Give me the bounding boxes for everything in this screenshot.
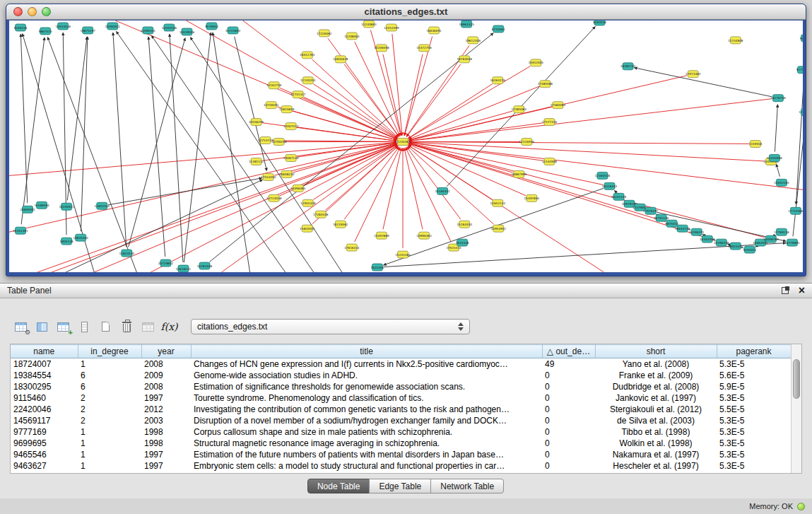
svg-text:18344719: 18344719 bbox=[675, 227, 690, 230]
table-row[interactable]: 2242004622012Investigating the contribut… bbox=[11, 404, 791, 415]
minimize-window-button[interactable] bbox=[28, 7, 37, 16]
network-window-titlebar[interactable]: citations_edges.txt bbox=[6, 4, 806, 20]
svg-text:12973483: 12973483 bbox=[686, 72, 701, 76]
svg-text:15912005: 15912005 bbox=[529, 61, 544, 64]
zoom-window-button[interactable] bbox=[42, 7, 51, 16]
svg-text:16778891: 16778891 bbox=[784, 241, 800, 245]
table-row[interactable]: 1830029562008Estimation of significance … bbox=[11, 381, 791, 392]
close-window-button[interactable] bbox=[13, 7, 23, 16]
close-panel-icon[interactable]: × bbox=[799, 286, 805, 296]
table-row[interactable]: 946554611997Estimation of the future num… bbox=[11, 449, 791, 460]
tab-network-table[interactable]: Network Table bbox=[430, 479, 504, 493]
rename-table-button[interactable] bbox=[139, 317, 158, 337]
cell-short: Dudbridge et al. (2008) bbox=[595, 381, 717, 392]
column-header-name[interactable]: name bbox=[11, 345, 78, 358]
rows-icon bbox=[81, 322, 88, 332]
cell-name: 9465546 bbox=[11, 449, 78, 460]
svg-text:17485088: 17485088 bbox=[538, 82, 553, 86]
network-selector-dropdown[interactable]: citations_edges.txt bbox=[191, 319, 470, 334]
tab-node-table[interactable]: Node Table bbox=[307, 479, 370, 493]
edit-columns-button[interactable]: + bbox=[54, 317, 73, 337]
cell-title: Changes of HCN gene expression and I(f) … bbox=[191, 358, 542, 370]
table-row[interactable]: 946362711997Embryonic stem cells: a mode… bbox=[11, 460, 791, 472]
cell-year: 2012 bbox=[141, 404, 191, 415]
svg-text:17284538: 17284538 bbox=[313, 213, 329, 216]
column-header-pagerank[interactable]: pagerank bbox=[717, 345, 791, 358]
cell-short: Jankovic et al. (1997) bbox=[595, 392, 717, 404]
cell-name: 9699695 bbox=[11, 438, 78, 449]
gear-icon: ⚙ bbox=[25, 329, 30, 336]
table-disabled-icon bbox=[142, 322, 154, 332]
cell-name: 22420046 bbox=[11, 404, 78, 415]
svg-text:12116936: 12116936 bbox=[519, 140, 535, 144]
cell-title: Estimation of the future numbers of pati… bbox=[191, 449, 542, 460]
cell-year: 2008 bbox=[141, 381, 191, 392]
svg-text:15497889: 15497889 bbox=[374, 234, 389, 238]
column-header-in_degree[interactable]: in_degree bbox=[78, 345, 141, 358]
svg-text:12753747: 12753747 bbox=[258, 139, 273, 142]
table-panel-title: Table Panel bbox=[7, 286, 52, 296]
table-row[interactable]: 1872400712008Changes of HCN gene express… bbox=[11, 358, 791, 370]
svg-text:11331391: 11331391 bbox=[13, 229, 28, 233]
svg-text:15184451: 15184451 bbox=[435, 189, 450, 193]
svg-text:16344557: 16344557 bbox=[700, 238, 715, 241]
cell-name: 18724007 bbox=[11, 358, 78, 370]
table-tabs: Node TableEdge TableNetwork Table bbox=[0, 479, 812, 493]
svg-text:19612308: 19612308 bbox=[465, 39, 481, 42]
show-columns-button[interactable] bbox=[33, 317, 52, 337]
column-header-out_degree[interactable]: △ out_de… bbox=[542, 345, 595, 358]
svg-text:8740461: 8740461 bbox=[492, 28, 505, 31]
svg-text:17485083: 17485083 bbox=[512, 107, 527, 111]
table-scrollbar[interactable] bbox=[791, 344, 801, 473]
svg-text:17577318: 17577318 bbox=[542, 120, 558, 124]
svg-text:11154808: 11154808 bbox=[728, 39, 743, 42]
table-row[interactable]: 1456911722003Disruption of a novel membe… bbox=[11, 415, 791, 426]
svg-text:13087139: 13087139 bbox=[283, 156, 299, 160]
cell-out_degree: 0 bbox=[542, 460, 595, 472]
svg-text:5905139: 5905139 bbox=[60, 240, 73, 243]
float-panel-icon[interactable] bbox=[782, 287, 789, 294]
column-header-title[interactable]: title bbox=[191, 345, 542, 358]
plus-icon: + bbox=[69, 329, 73, 337]
cell-short: de Silva et al. (2003) bbox=[595, 415, 717, 426]
cell-title: Genome-wide association studies in ADHD. bbox=[191, 370, 542, 381]
table-row[interactable]: 977716911998Corpus callosum shape and si… bbox=[11, 426, 791, 438]
cell-out_degree: 0 bbox=[542, 426, 595, 438]
table-settings-button[interactable]: ⚙ bbox=[11, 317, 30, 337]
svg-text:12724058: 12724058 bbox=[266, 197, 282, 200]
cell-in_degree: 1 bbox=[78, 438, 141, 449]
scrollbar-thumb[interactable] bbox=[793, 359, 800, 399]
table-row[interactable]: 969969511998Structural magnetic resonanc… bbox=[11, 438, 791, 449]
row-height-button[interactable] bbox=[75, 317, 94, 337]
cell-short: Tibbo et al. (1998) bbox=[595, 426, 717, 438]
svg-text:16791146: 16791146 bbox=[654, 216, 669, 220]
network-canvas[interactable]: 1724036512116936174850831616427618784008… bbox=[9, 21, 803, 272]
table-row[interactable]: 1938455462009Genome-wide association stu… bbox=[11, 370, 791, 381]
memory-status-label: Memory: OK bbox=[749, 502, 793, 510]
function-icon: f(x) bbox=[160, 321, 177, 332]
cell-name: 9115460 bbox=[11, 392, 78, 404]
cell-name: 14569117 bbox=[11, 415, 78, 426]
column-header-year[interactable]: year bbox=[141, 345, 191, 358]
svg-text:14756591: 14756591 bbox=[264, 103, 279, 107]
svg-text:9576944: 9576944 bbox=[205, 25, 218, 28]
create-column-button[interactable] bbox=[96, 317, 115, 337]
svg-text:9554624: 9554624 bbox=[800, 37, 803, 40]
svg-text:12206598: 12206598 bbox=[374, 46, 389, 49]
svg-text:12945428: 12945428 bbox=[300, 201, 316, 205]
function-builder-button[interactable]: f(x) bbox=[160, 317, 179, 337]
svg-text:17554300: 17554300 bbox=[261, 175, 276, 179]
svg-text:17710466: 17710466 bbox=[788, 209, 803, 213]
tab-edge-table[interactable]: Edge Table bbox=[369, 479, 431, 493]
svg-text:18276758: 18276758 bbox=[770, 96, 786, 100]
table-row[interactable]: 911546021997Tourette syndrome. Phenomeno… bbox=[11, 392, 791, 404]
delete-column-button[interactable] bbox=[117, 317, 136, 337]
svg-text:16887999: 16887999 bbox=[512, 173, 527, 176]
cell-title: Tourette syndrome. Phenomenology and cla… bbox=[191, 392, 542, 404]
node-table-container: namein_degreeyeartitle△ out_de…shortpage… bbox=[10, 344, 802, 474]
svg-text:15820551: 15820551 bbox=[300, 227, 315, 230]
citation-network-graph[interactable]: 1724036512116936174850831616427618784008… bbox=[9, 21, 803, 272]
cell-out_degree: 49 bbox=[542, 358, 595, 370]
svg-text:18923450: 18923450 bbox=[728, 245, 743, 248]
column-header-short[interactable]: short bbox=[595, 345, 717, 358]
